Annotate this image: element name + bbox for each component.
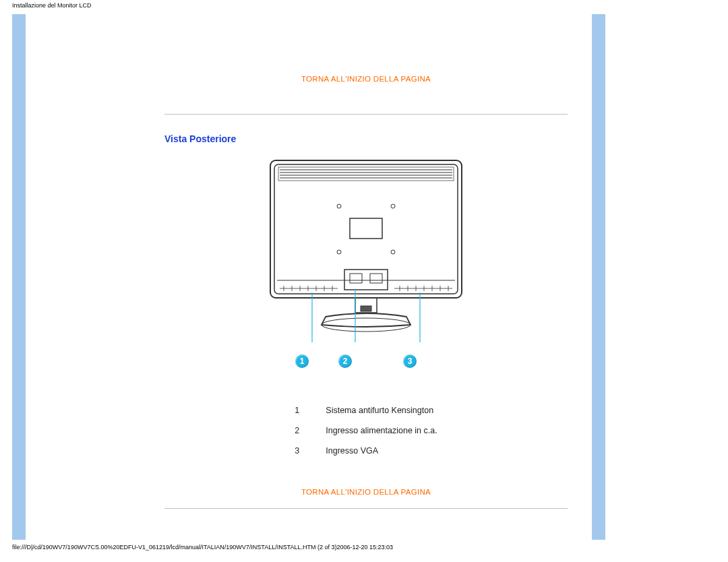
svg-rect-1 bbox=[274, 164, 458, 294]
table-row: 2 Ingresso alimentazione in c.a. bbox=[289, 420, 442, 441]
callout-3: 3 bbox=[403, 354, 417, 368]
back-to-top-anchor[interactable]: TORNA ALL'INIZIO DELLA PAGINA bbox=[301, 75, 431, 83]
legend-text-2: Ingresso alimentazione in c.a. bbox=[320, 420, 442, 441]
svg-rect-33 bbox=[361, 306, 371, 311]
legend-num-1: 1 bbox=[289, 400, 320, 420]
svg-point-8 bbox=[337, 204, 341, 208]
legend-table: 1 Sistema antifurto Kensington 2 Ingress… bbox=[289, 400, 442, 461]
back-to-top-link-lower[interactable]: TORNA ALL'INIZIO DELLA PAGINA bbox=[164, 488, 568, 496]
back-to-top-link-upper[interactable]: TORNA ALL'INIZIO DELLA PAGINA bbox=[164, 75, 568, 83]
svg-point-34 bbox=[322, 318, 411, 332]
svg-point-9 bbox=[391, 204, 395, 208]
legend-num-2: 2 bbox=[289, 420, 320, 441]
svg-rect-6 bbox=[278, 167, 454, 181]
page-outer: TORNA ALL'INIZIO DELLA PAGINA Vista Post… bbox=[0, 9, 728, 540]
svg-rect-13 bbox=[344, 270, 388, 290]
svg-rect-15 bbox=[370, 274, 382, 283]
legend-text-3: Ingresso VGA bbox=[320, 441, 442, 461]
svg-point-11 bbox=[391, 250, 395, 254]
separator-lower bbox=[164, 508, 568, 509]
legend-num-3: 3 bbox=[289, 441, 320, 461]
svg-point-10 bbox=[337, 250, 341, 254]
callout-row: 1 2 3 bbox=[255, 354, 477, 369]
content-frame: TORNA ALL'INIZIO DELLA PAGINA Vista Post… bbox=[12, 14, 605, 540]
svg-rect-14 bbox=[350, 274, 362, 283]
legend-text-1: Sistema antifurto Kensington bbox=[320, 400, 442, 420]
callout-1: 1 bbox=[295, 354, 309, 368]
section-title: Vista Posteriore bbox=[164, 133, 568, 144]
content-area: TORNA ALL'INIZIO DELLA PAGINA Vista Post… bbox=[26, 14, 592, 525]
svg-rect-0 bbox=[270, 160, 462, 298]
footer-file-path: file:///D|/cd/190WV7/190WV7CS.00%20EDFU-… bbox=[0, 540, 728, 551]
doc-header-text: Installazione del Monitor LCD bbox=[0, 0, 728, 9]
table-row: 3 Ingresso VGA bbox=[289, 441, 442, 461]
callout-2: 2 bbox=[338, 354, 352, 368]
separator-upper bbox=[164, 114, 568, 115]
svg-rect-7 bbox=[350, 218, 382, 239]
table-row: 1 Sistema antifurto Kensington bbox=[289, 400, 442, 420]
monitor-rear-figure: 1 2 3 bbox=[255, 156, 477, 369]
back-to-top-anchor-lower[interactable]: TORNA ALL'INIZIO DELLA PAGINA bbox=[301, 488, 431, 496]
monitor-rear-svg bbox=[265, 156, 467, 345]
